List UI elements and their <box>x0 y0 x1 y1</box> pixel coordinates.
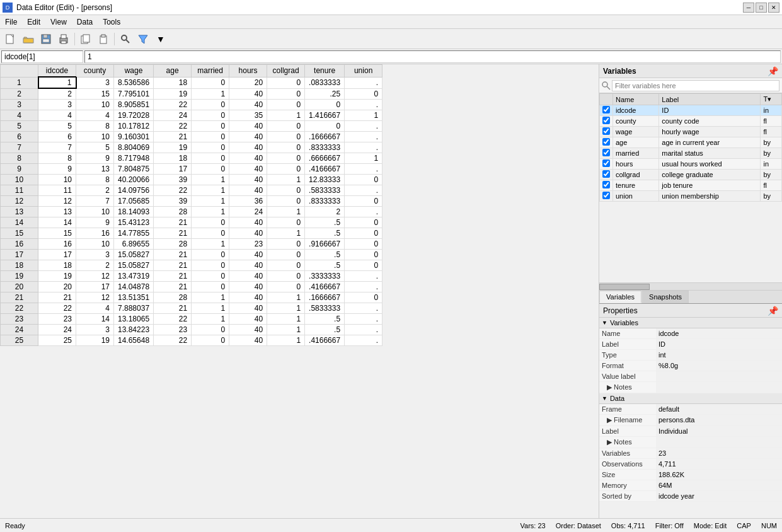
data-cell[interactable]: 1 <box>192 196 229 207</box>
data-cell[interactable]: 40.20066 <box>114 175 154 185</box>
data-cell[interactable]: 40 <box>229 100 267 110</box>
data-cell[interactable]: 35 <box>229 110 267 121</box>
data-cell[interactable]: 0 <box>267 153 305 164</box>
variables-table-container[interactable]: Name Label T▾ idcodeIDincountycounty cod… <box>599 93 782 282</box>
data-cell[interactable]: 10 <box>38 175 76 185</box>
data-cell[interactable]: 40 <box>229 175 267 185</box>
data-cell[interactable]: 11 <box>38 185 76 196</box>
data-cell[interactable]: 2 <box>76 185 114 196</box>
data-cell[interactable]: 10 <box>76 100 114 110</box>
col-header-tenure[interactable]: tenure <box>305 65 345 78</box>
data-cell[interactable]: 5 <box>38 121 76 132</box>
data-cell[interactable]: . <box>345 314 382 325</box>
data-cell[interactable]: 0 <box>267 239 305 250</box>
data-cell[interactable]: 13.84223 <box>114 325 154 335</box>
data-cell[interactable]: 7 <box>38 142 76 153</box>
data-cell[interactable]: 17 <box>154 164 192 175</box>
data-cell[interactable]: 15.43123 <box>114 217 154 228</box>
variable-checkbox[interactable] <box>602 170 610 178</box>
data-cell[interactable]: .4166667 <box>305 282 345 292</box>
menu-tools[interactable]: Tools <box>98 15 125 29</box>
data-cell[interactable]: 18 <box>154 153 192 164</box>
data-cell[interactable]: .9166667 <box>305 239 345 250</box>
open-button[interactable] <box>20 31 37 47</box>
variable-row[interactable]: tenurejob tenurefl <box>600 180 782 191</box>
data-cell[interactable]: 4 <box>76 110 114 121</box>
data-cell[interactable]: 13.47319 <box>114 271 154 282</box>
variables-col-name[interactable]: Name <box>613 94 659 105</box>
data-cell[interactable]: 0 <box>267 250 305 260</box>
data-cell[interactable]: 40 <box>229 121 267 132</box>
data-cell[interactable]: .5 <box>305 314 345 325</box>
variable-row[interactable]: wagehourly wagefl <box>600 127 782 137</box>
data-cell[interactable]: 1 <box>267 110 305 121</box>
data-cell[interactable]: 12 <box>76 271 114 282</box>
data-cell[interactable]: . <box>345 132 382 142</box>
data-cell[interactable]: 7 <box>76 196 114 207</box>
variable-checkbox[interactable] <box>602 159 610 167</box>
data-cell[interactable]: 4 <box>38 110 76 121</box>
data-cell[interactable]: 14.04878 <box>114 282 154 292</box>
data-cell[interactable]: 0 <box>192 153 229 164</box>
data-cell[interactable]: 0 <box>192 335 229 346</box>
data-cell[interactable]: . <box>345 142 382 153</box>
data-cell[interactable]: 0 <box>192 217 229 228</box>
variable-checkbox-cell[interactable] <box>600 137 613 148</box>
data-cell[interactable]: 0 <box>267 88 305 100</box>
menu-data[interactable]: Data <box>72 15 98 29</box>
data-cell[interactable]: 0 <box>345 196 382 207</box>
data-cell[interactable]: 1 <box>267 175 305 185</box>
variable-checkbox[interactable] <box>602 106 610 113</box>
variable-checkbox-cell[interactable] <box>600 127 613 137</box>
data-cell[interactable]: 0 <box>345 88 382 100</box>
data-cell[interactable]: 21 <box>38 292 76 303</box>
data-cell[interactable]: 0 <box>267 196 305 207</box>
data-cell[interactable]: 1 <box>267 325 305 335</box>
data-cell[interactable]: . <box>345 100 382 110</box>
data-cell[interactable]: 23 <box>38 314 76 325</box>
data-cell[interactable]: 20 <box>229 77 267 88</box>
data-cell[interactable]: 19 <box>154 142 192 153</box>
data-cell[interactable]: 1 <box>192 88 229 100</box>
data-cell[interactable]: 10 <box>76 239 114 250</box>
data-cell[interactable]: 9 <box>76 153 114 164</box>
data-cell[interactable]: 19.72028 <box>114 110 154 121</box>
data-cell[interactable]: .5 <box>305 325 345 335</box>
data-cell[interactable]: 0 <box>305 121 345 132</box>
data-cell[interactable]: 8.717948 <box>114 153 154 164</box>
data-cell[interactable]: 36 <box>229 196 267 207</box>
tab-variables[interactable]: Variables <box>599 291 641 303</box>
data-cell[interactable]: 13 <box>76 164 114 175</box>
data-cell[interactable]: 40 <box>229 164 267 175</box>
data-cell[interactable]: 3 <box>38 100 76 110</box>
data-cell[interactable]: .5 <box>305 217 345 228</box>
data-cell[interactable]: 17 <box>38 250 76 260</box>
paste-button[interactable] <box>95 31 112 47</box>
data-cell[interactable]: 40 <box>229 303 267 314</box>
data-cell[interactable]: 0 <box>192 142 229 153</box>
data-cell[interactable]: 20 <box>38 282 76 292</box>
data-cell[interactable]: 8.905851 <box>114 100 154 110</box>
data-cell[interactable]: 1 <box>192 239 229 250</box>
data-cell[interactable]: 15 <box>38 228 76 239</box>
data-cell[interactable]: 21 <box>154 282 192 292</box>
data-cell[interactable]: 40 <box>229 335 267 346</box>
variables-section-header[interactable]: Variables <box>599 318 782 328</box>
data-cell[interactable]: 24 <box>229 207 267 217</box>
data-cell[interactable]: 0 <box>192 77 229 88</box>
data-cell[interactable]: 40 <box>229 132 267 142</box>
variables-col-type[interactable]: T▾ <box>761 94 782 105</box>
maximize-button[interactable]: □ <box>756 3 767 13</box>
data-cell[interactable]: 0 <box>267 77 305 88</box>
data-cell[interactable]: 0 <box>192 164 229 175</box>
data-cell[interactable]: 0 <box>192 271 229 282</box>
save-button[interactable] <box>38 31 54 47</box>
data-cell[interactable]: 6 <box>38 132 76 142</box>
data-cell[interactable]: 0 <box>345 292 382 303</box>
data-cell[interactable]: 0 <box>305 100 345 110</box>
variable-checkbox-cell[interactable] <box>600 116 613 127</box>
col-header-wage[interactable]: wage <box>114 65 154 78</box>
data-cell[interactable]: 19 <box>38 271 76 282</box>
data-cell[interactable]: 8 <box>76 121 114 132</box>
data-cell[interactable]: 21 <box>154 132 192 142</box>
